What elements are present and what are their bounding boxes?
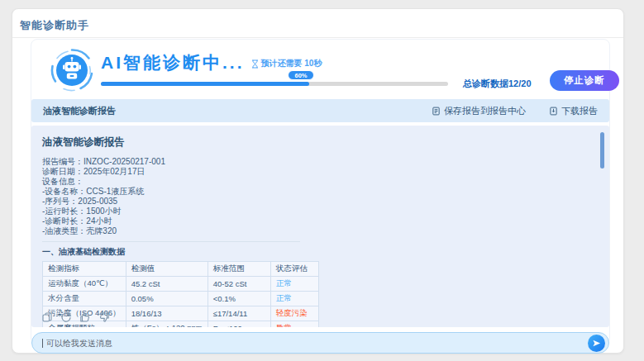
report-meta-line: -设备名称：CCS-1液压系统 [42, 187, 598, 197]
progress-percent-badge: 60% [288, 70, 314, 80]
progress-fill [101, 82, 309, 86]
section1-title: 一、油液基础检测数据 [42, 246, 598, 258]
report-meta-line: -运行时长：1500小时 [42, 207, 598, 216]
report-meta-line: 设备信息： [42, 177, 598, 187]
eta-text: 预计还需要 10秒 [261, 58, 322, 69]
table-row: 运动黏度（40℃） 45.2 cSt 40-52 cSt 正常 [43, 277, 319, 292]
cell-indicator: 运动黏度（40℃） [43, 277, 126, 292]
download-icon [549, 107, 558, 116]
report-content: 油液智能诊断报告 报告编号：INZOC-20250217-001 诊断日期：20… [31, 126, 609, 327]
report-toolbar-title: 油液智能诊断报告 [43, 105, 116, 117]
report-panel: 油液智能诊断报告 报告编号：INZOC-20250217-001 诊断日期：20… [31, 126, 609, 327]
col-header: 检测指标 [43, 262, 126, 277]
save-report-button[interactable]: 保存报告到报告中心 [432, 105, 526, 117]
divider [12, 37, 623, 38]
cell-status: 轻度污染 [270, 306, 318, 321]
col-header: 标准范围 [208, 262, 270, 277]
cell-status: 异常 [270, 321, 318, 328]
total-data-label: 总诊断数据12/20 [463, 78, 532, 90]
diagnosing-title: AI智能诊断中... [101, 53, 245, 73]
progress-bar [101, 82, 448, 86]
col-header: 检测值 [126, 262, 208, 277]
divider [42, 241, 300, 242]
cell-value: 0.05% [126, 292, 208, 306]
col-header: 状态评估 [270, 262, 318, 277]
message-input-bar [31, 332, 609, 354]
page-title: 智能诊断助手 [20, 18, 89, 33]
table-header-row: 检测指标 检测值 标准范围 状态评估 [43, 262, 319, 277]
thumbs-down-icon[interactable] [98, 311, 110, 323]
assistant-window: 智能诊断助手 [12, 8, 624, 354]
download-report-button[interactable]: 下载报告 [549, 105, 598, 117]
report-meta-line: 诊断日期：2025年02月17日 [42, 167, 598, 177]
message-input[interactable] [46, 339, 588, 348]
cell-indicator: 水分含量 [43, 292, 126, 306]
cell-value: 铁（Fe）：120 ppm [126, 321, 208, 328]
report-meta-line: -油液类型：壳牌320 [42, 226, 598, 236]
table-row: 水分含量 0.05% <0.1% 正常 [43, 292, 319, 306]
cell-status: 正常 [270, 292, 318, 306]
copy-icon[interactable] [41, 311, 53, 323]
message-actions [41, 311, 110, 323]
download-report-label: 下载报告 [561, 105, 598, 117]
robot-avatar-icon [50, 48, 94, 93]
regenerate-icon[interactable] [60, 311, 72, 323]
scrollbar-thumb[interactable] [600, 132, 604, 169]
document-icon [432, 107, 441, 116]
report-meta-line: -诊断时长：24小时 [42, 216, 598, 226]
hourglass-icon [251, 59, 259, 69]
header-title-row: AI智能诊断中... 预计还需要 10秒 [101, 53, 322, 73]
cell-range: <0.1% [208, 292, 270, 306]
chat-panel: AI智能诊断中... 预计还需要 10秒 60% 总诊断数据12/20 停止诊断… [31, 39, 610, 344]
cell-range: ≤17/14/11 [208, 306, 270, 321]
save-report-label: 保存报告到报告中心 [444, 105, 526, 117]
report-meta-line: 报告编号：INZOC-20250217-001 [42, 157, 598, 167]
report-meta-line: -序列号：2025-0035 [42, 197, 598, 207]
cell-value: 45.2 cSt [126, 277, 208, 292]
cell-range: Fe <100 ppm [208, 321, 270, 328]
thumbs-up-icon[interactable] [79, 311, 91, 323]
text-cursor [42, 339, 43, 348]
cell-value: 18/16/13 [126, 306, 208, 321]
send-icon [592, 339, 601, 348]
cell-range: 40-52 cSt [208, 277, 270, 292]
cell-status: 正常 [270, 277, 318, 292]
report-toolbar: 油液智能诊断报告 保存报告到报告中心 下载报告 [31, 99, 609, 122]
send-button[interactable] [588, 335, 605, 352]
stop-diagnosis-button[interactable]: 停止诊断 [550, 70, 619, 91]
report-heading: 油液智能诊断报告 [42, 135, 598, 150]
